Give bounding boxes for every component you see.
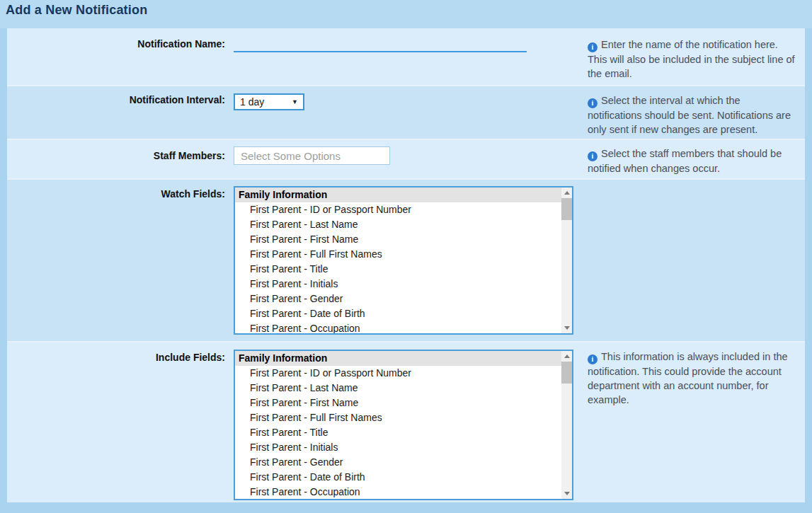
list-option[interactable]: First Parent - First Name bbox=[235, 232, 561, 247]
watch-fields-help bbox=[588, 186, 805, 341]
row-staff-members: Staff Members: iSelect the staff members… bbox=[7, 139, 805, 178]
scrollbar[interactable] bbox=[561, 351, 572, 499]
list-option[interactable]: First Parent - Full First Names bbox=[235, 410, 561, 425]
row-notification-name: Notification Name: iEnter the name of th… bbox=[7, 28, 805, 85]
list-option[interactable]: First Parent - ID or Passport Number bbox=[235, 366, 561, 381]
list-option[interactable]: First Parent - Occupation bbox=[235, 321, 561, 333]
info-icon: i bbox=[588, 151, 597, 161]
list-option[interactable]: First Parent - Gender bbox=[235, 292, 561, 306]
watch-fields-label: Watch Fields: bbox=[7, 186, 234, 341]
include-fields-label: Include Fields: bbox=[7, 350, 234, 502]
list-option[interactable]: First Parent - Title bbox=[235, 262, 561, 277]
list-option[interactable]: First Parent - Date of Birth bbox=[235, 470, 561, 485]
row-watch-fields: Watch Fields: Family Information First P… bbox=[7, 178, 805, 341]
list-option[interactable]: First Parent - Last Name bbox=[235, 217, 561, 232]
help-text: Select the interval at which the notific… bbox=[588, 95, 791, 135]
list-option[interactable]: First Parent - Initials bbox=[235, 277, 561, 292]
scroll-thumb[interactable] bbox=[561, 362, 572, 384]
list-option[interactable]: First Parent - Initials bbox=[235, 440, 561, 455]
info-icon: i bbox=[588, 42, 597, 52]
notification-form: Notification Name: iEnter the name of th… bbox=[7, 28, 805, 502]
row-include-fields: Include Fields: Family Information First… bbox=[7, 341, 805, 502]
notification-interval-label: Notification Interval: bbox=[7, 93, 234, 139]
notification-name-input[interactable] bbox=[234, 38, 527, 52]
watch-fields-listbox[interactable]: Family Information First Parent - ID or … bbox=[234, 186, 573, 335]
list-option[interactable]: First Parent - Title bbox=[235, 425, 561, 440]
scroll-down-icon[interactable] bbox=[561, 323, 572, 333]
help-text: This information is always included in t… bbox=[588, 351, 788, 405]
notification-name-help: iEnter the name of the notification here… bbox=[588, 38, 805, 85]
page-title: Add a New Notification bbox=[6, 3, 812, 18]
include-fields-listbox[interactable]: Family Information First Parent - ID or … bbox=[234, 350, 573, 500]
page-header: Add a New Notification bbox=[0, 0, 812, 28]
staff-members-label: Staff Members: bbox=[7, 146, 234, 178]
help-text: Enter the name of the notification here.… bbox=[588, 39, 795, 79]
scroll-up-icon[interactable] bbox=[561, 351, 572, 362]
notification-name-label: Notification Name: bbox=[7, 38, 234, 85]
row-notification-interval: Notification Interval: 1 day ▼ iSelect t… bbox=[7, 85, 805, 139]
scroll-up-icon[interactable] bbox=[561, 188, 572, 198]
list-option[interactable]: First Parent - Occupation bbox=[235, 485, 561, 499]
list-option[interactable]: First Parent - Date of Birth bbox=[235, 306, 561, 321]
list-option[interactable]: First Parent - Last Name bbox=[235, 381, 561, 396]
list-option[interactable]: First Parent - ID or Passport Number bbox=[235, 202, 561, 217]
scroll-down-icon[interactable] bbox=[561, 488, 572, 499]
notification-interval-select[interactable]: 1 day ▼ bbox=[234, 93, 304, 110]
info-icon: i bbox=[588, 98, 597, 108]
scroll-track[interactable] bbox=[561, 198, 572, 323]
info-icon: i bbox=[588, 355, 597, 364]
page: Add a New Notification Notification Name… bbox=[0, 0, 812, 513]
list-group-header[interactable]: Family Information bbox=[235, 188, 561, 202]
staff-members-input[interactable] bbox=[234, 146, 390, 165]
scroll-track[interactable] bbox=[561, 362, 572, 488]
staff-members-help: iSelect the staff members that should be… bbox=[588, 146, 805, 178]
scroll-thumb[interactable] bbox=[561, 198, 572, 220]
include-fields-help: iThis information is always included in … bbox=[588, 350, 805, 502]
notification-interval-help: iSelect the interval at which the notifi… bbox=[588, 93, 805, 139]
list-option[interactable]: First Parent - First Name bbox=[235, 396, 561, 410]
list-option[interactable]: First Parent - Gender bbox=[235, 455, 561, 470]
help-text: Select the staff members that should be … bbox=[588, 148, 782, 174]
selected-option: 1 day bbox=[240, 96, 292, 108]
list-option[interactable]: First Parent - Full First Names bbox=[235, 247, 561, 262]
list-group-header[interactable]: Family Information bbox=[235, 351, 561, 366]
scrollbar[interactable] bbox=[561, 188, 572, 333]
chevron-down-icon: ▼ bbox=[292, 98, 298, 105]
